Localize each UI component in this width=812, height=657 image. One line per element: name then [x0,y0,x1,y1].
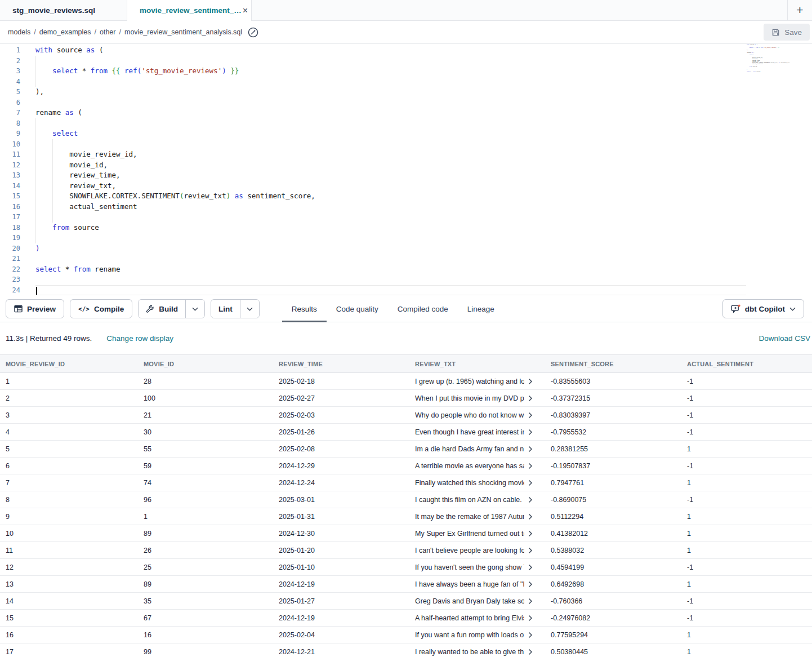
code-line[interactable]: 24 [0,285,812,296]
save-button[interactable]: Save [764,24,810,41]
cell-review-txt: A half-hearted attempt to bring Elvis P… [409,614,545,622]
code-line[interactable]: 5), [0,87,812,97]
line-number: 4 [0,77,20,87]
cell-review-txt: Even though I have great interest in Bi… [409,428,545,436]
compile-button[interactable]: </> Compile [70,299,132,318]
table-row: 15672024-12-19A half-hearted attempt to … [0,610,812,627]
code-line[interactable]: 8 [0,118,812,129]
expand-cell-icon[interactable] [528,547,533,554]
tab-lineage[interactable]: Lineage [458,296,504,322]
tab-compiled-code[interactable]: Compiled code [388,296,458,322]
expand-cell-icon[interactable] [528,496,533,503]
code-editor[interactable]: 1with source as (23 select * from {{ ref… [0,44,812,296]
change-row-display-link[interactable]: Change row display [106,334,173,343]
code-line[interactable]: 10 [0,139,812,150]
code-line[interactable]: 12 movie_id, [0,160,812,171]
table-row: 912025-01-31It may be the remake of 1987… [0,508,812,525]
code-line[interactable]: 1with source as ( [0,45,812,56]
line-number: 3 [0,66,20,77]
lint-button[interactable]: Lint [211,300,240,318]
cell-actual-sentiment: -1 [681,614,812,622]
cell-movie-review-id: 3 [0,411,138,419]
cell-review-time: 2024-12-19 [273,614,409,622]
tab-label: movie_review_sentiment_… [140,6,242,15]
code-line[interactable]: 20) [0,243,812,254]
code-line[interactable]: 17 [0,212,812,223]
code-line[interactable]: 19 [0,233,812,243]
cell-review-time: 2025-01-20 [273,547,409,554]
code-line[interactable]: 9 select [0,128,812,139]
tab-results[interactable]: Results [282,296,327,322]
table-icon [14,305,23,313]
editor-minimap[interactable]: with source as ( select * from {{ ref('s… [747,44,789,77]
code-line[interactable]: 7rename as ( [0,108,812,118]
cell-review-txt: It may be the remake of 1987 Autumn'… [409,513,545,521]
new-tab-button[interactable]: + [787,0,812,20]
breadcrumb-segment[interactable]: models [8,28,30,36]
expand-cell-icon[interactable] [528,480,533,486]
expand-cell-icon[interactable] [528,581,533,588]
save-floppy-icon [771,28,780,37]
cell-movie-id: 100 [138,394,273,402]
cell-movie-review-id: 8 [0,496,138,504]
copilot-circle-icon[interactable] [248,27,258,38]
expand-cell-icon[interactable] [528,378,533,385]
tab-stg-movie-reviews[interactable]: stg_movie_reviews.sql [0,0,127,20]
code-line[interactable]: 23 [0,274,812,285]
cell-sentiment-score: -0.19507837 [545,462,681,470]
tab-code-quality[interactable]: Code quality [327,296,388,322]
table-row: 16162025-02-04If you want a fun romp wit… [0,627,812,643]
build-button[interactable]: Build [139,300,185,318]
code-line[interactable]: 3 select * from {{ ref('stg_movie_review… [0,66,812,77]
breadcrumb: models / demo_examples / other / movie_r… [8,28,242,36]
breadcrumb-segment[interactable]: demo_examples [39,28,91,36]
code-line[interactable]: 13 review_time, [0,170,812,181]
cell-sentiment-score: 0.5388032 [545,547,681,554]
expand-cell-icon[interactable] [528,530,533,537]
expand-cell-icon[interactable] [528,564,533,571]
expand-cell-icon[interactable] [528,632,533,638]
code-line[interactable]: 16 actual_sentiment [0,202,812,212]
line-number: 18 [0,223,20,233]
code-line[interactable]: 22select * from rename [0,264,812,275]
table-row: 8962025-03-01I caught this film on AZN o… [0,491,812,508]
cell-movie-id: 25 [138,563,273,571]
download-csv-link[interactable]: Download CSV [759,334,810,343]
expand-cell-icon[interactable] [528,463,533,469]
code-line[interactable]: 11 movie_review_id, [0,149,812,160]
cell-review-txt: Why do people who do not know what… [409,411,545,419]
cell-movie-review-id: 10 [0,530,138,538]
cell-sentiment-score: 0.4594199 [545,563,681,571]
cell-review-txt: Im a die hard Dads Army fan and nothi… [409,445,545,453]
code-line[interactable]: 21 [0,254,812,264]
close-tab-icon[interactable]: × [242,6,249,15]
expand-cell-icon[interactable] [528,395,533,402]
expand-cell-icon[interactable] [528,429,533,436]
code-line[interactable]: 6 [0,97,812,108]
cell-movie-id: 28 [138,378,273,385]
breadcrumb-segment[interactable]: other [100,28,116,36]
code-line[interactable]: 18 from source [0,223,812,233]
expand-cell-icon[interactable] [528,598,533,605]
cell-review-txt: I caught this film on AZN on cable. It s… [409,496,545,504]
expand-cell-icon[interactable] [528,446,533,452]
expand-cell-icon[interactable] [528,513,533,520]
tab-movie-review-sentiment[interactable]: movie_review_sentiment_… × [127,0,252,21]
expand-cell-icon[interactable] [528,412,533,419]
cell-review-txt: I have always been a huge fan of "Hom… [409,580,545,588]
cell-movie-id: 89 [138,580,273,588]
code-lines[interactable]: 1with source as (23 select * from {{ ref… [0,45,812,295]
table-row: 11262025-01-20I can't believe people are… [0,542,812,559]
cell-movie-id: 59 [138,462,273,470]
build-dropdown-button[interactable] [185,300,204,318]
code-line[interactable]: 2 [0,56,812,66]
dbt-copilot-button[interactable]: dbt Copilot [722,299,804,318]
cell-review-time: 2024-12-24 [273,479,409,487]
code-line[interactable]: 4 [0,77,812,87]
code-line[interactable]: 15 SNOWFLAKE.CORTEX.SENTIMENT(review_txt… [0,191,812,202]
expand-cell-icon[interactable] [528,649,533,655]
code-line[interactable]: 14 review_txt, [0,181,812,192]
preview-button[interactable]: Preview [6,299,64,318]
lint-dropdown-button[interactable] [240,300,259,318]
expand-cell-icon[interactable] [528,615,533,622]
